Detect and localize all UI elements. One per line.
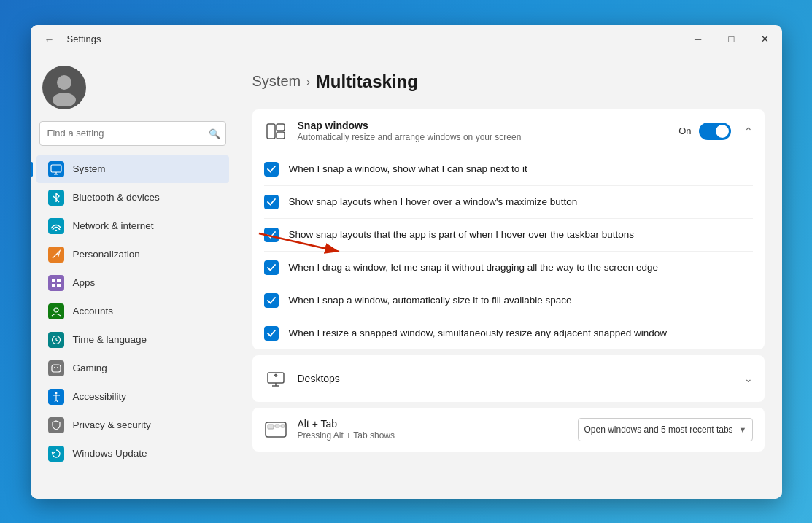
checkbox-label-cb2: Show snap layouts when I hover over a wi…: [289, 196, 578, 207]
gaming-nav-label: Gaming: [73, 363, 107, 373]
checkbox-item-cb1[interactable]: When I snap a window, show what I can sn…: [252, 153, 765, 185]
svg-rect-27: [268, 425, 274, 429]
checkbox-item-cb4[interactable]: When I drag a window, let me snap it wit…: [252, 252, 765, 284]
checkbox-item-cb6[interactable]: When I resize a snapped window, simultan…: [252, 317, 765, 349]
checkbox-item-cb2[interactable]: Show snap layouts when I hover over a wi…: [252, 186, 765, 218]
svg-point-15: [57, 367, 58, 368]
breadcrumb-parent[interactable]: System: [252, 73, 301, 90]
svg-rect-8: [52, 284, 55, 287]
snap-windows-header[interactable]: Snap windows Automatically resize and ar…: [252, 109, 765, 153]
svg-rect-17: [267, 124, 275, 139]
alt-tab-info: Alt + Tab Pressing Alt + Tab shows: [298, 418, 568, 441]
breadcrumb-current: Multitasking: [316, 71, 418, 92]
snap-status: On: [678, 125, 691, 136]
svg-rect-6: [52, 279, 55, 282]
sidebar-item-bluetooth[interactable]: Bluetooth & devices: [36, 184, 229, 212]
svg-rect-9: [57, 284, 61, 287]
back-button[interactable]: ←: [39, 29, 60, 50]
sidebar-item-apps[interactable]: Apps: [36, 269, 229, 297]
search-input[interactable]: [39, 121, 226, 146]
accounts-nav-label: Accounts: [73, 306, 114, 317]
checkbox-cb5: [264, 293, 279, 308]
time-nav-label: Time & language: [73, 334, 147, 345]
personalization-nav-label: Personalization: [73, 249, 140, 260]
desktops-chevron-icon: ⌄: [744, 373, 753, 384]
snap-toggle-area: On: [678, 123, 730, 140]
accessibility-nav-icon: [48, 389, 64, 405]
accounts-nav-icon: [48, 303, 64, 319]
titlebar-left: ← Settings: [39, 29, 101, 50]
content-area: 🔍 SystemBluetooth & devicesNetwork & int…: [31, 54, 782, 499]
minimize-button[interactable]: ─: [681, 25, 715, 54]
avatar: [42, 66, 86, 109]
system-nav-icon: [48, 161, 64, 177]
window-controls: ─ □ ✕: [681, 25, 782, 54]
accessibility-nav-label: Accessibility: [73, 391, 127, 402]
maximize-button[interactable]: □: [715, 25, 749, 54]
sidebar-item-network[interactable]: Network & internet: [36, 212, 229, 240]
alt-tab-desc: Pressing Alt + Tab shows: [298, 430, 568, 441]
update-nav-icon: [48, 446, 64, 462]
checkbox-item-cb3[interactable]: Show snap layouts that the app is part o…: [252, 219, 765, 251]
checkbox-label-cb1: When I snap a window, show what I can sn…: [289, 163, 527, 174]
sidebar-item-privacy[interactable]: Privacy & security: [36, 411, 229, 439]
breadcrumb: System › Multitasking: [252, 71, 765, 92]
bluetooth-nav-label: Bluetooth & devices: [73, 192, 160, 203]
svg-rect-19: [277, 132, 285, 139]
snap-icon: [264, 120, 287, 143]
svg-point-10: [54, 308, 58, 312]
sidebar-item-accounts[interactable]: Accounts: [36, 298, 229, 325]
checkbox-cb1: [264, 162, 279, 177]
snap-chevron-icon: ⌃: [744, 125, 753, 137]
time-nav-icon: [48, 332, 64, 348]
alt-tab-dropdown-wrapper: Open windows and 5 most recent tabs in M…: [578, 418, 753, 441]
snap-windows-title: Snap windows: [298, 120, 669, 131]
alt-tab-title: Alt + Tab: [298, 418, 568, 430]
apps-nav-icon: [48, 275, 64, 291]
search-icon: 🔍: [209, 128, 220, 139]
nav-list: SystemBluetooth & devicesNetwork & inter…: [31, 155, 235, 468]
sidebar-item-personalization[interactable]: Personalization: [36, 241, 229, 268]
main-content: System › Multitasking Snap w: [235, 54, 782, 499]
svg-point-0: [57, 75, 71, 90]
personalization-nav-icon: [48, 247, 64, 263]
sidebar-item-time[interactable]: Time & language: [36, 326, 229, 354]
update-nav-label: Windows Update: [73, 448, 147, 459]
checkbox-item-cb5[interactable]: When I snap a window, automatically size…: [252, 284, 765, 317]
window-title: Settings: [67, 34, 101, 44]
svg-rect-2: [51, 165, 61, 172]
privacy-nav-icon: [48, 417, 64, 433]
desktops-card: Desktops ⌄: [252, 355, 765, 402]
desktops-row[interactable]: Desktops ⌄: [252, 355, 765, 402]
bluetooth-nav-icon: [48, 190, 64, 206]
checkbox-cb3: [264, 228, 279, 242]
sidebar-item-system[interactable]: System: [36, 155, 229, 183]
alt-tab-row: Alt + Tab Pressing Alt + Tab shows Open …: [252, 408, 765, 452]
checkbox-cb6: [264, 326, 279, 341]
sidebar-item-update[interactable]: Windows Update: [36, 440, 229, 468]
sidebar-item-gaming[interactable]: Gaming: [36, 355, 229, 382]
sidebar-item-accessibility[interactable]: Accessibility: [36, 383, 229, 411]
svg-rect-29: [281, 425, 285, 427]
svg-point-5: [55, 229, 56, 230]
checkbox-label-cb5: When I snap a window, automatically size…: [289, 295, 572, 306]
privacy-nav-label: Privacy & security: [73, 419, 151, 430]
svg-rect-7: [57, 279, 61, 282]
alt-tab-icon: [264, 418, 287, 441]
alt-tab-dropdown[interactable]: Open windows and 5 most recent tabs in M…: [578, 418, 753, 441]
avatar-section: [31, 60, 235, 121]
svg-rect-18: [277, 124, 285, 131]
svg-point-16: [55, 392, 57, 394]
close-button[interactable]: ✕: [749, 25, 782, 54]
checkbox-label-cb4: When I drag a window, let me snap it wit…: [289, 262, 659, 273]
checkbox-cb4: [264, 260, 279, 275]
snap-toggle[interactable]: [699, 123, 731, 140]
checkbox-cb2: [264, 195, 279, 209]
sidebar: 🔍 SystemBluetooth & devicesNetwork & int…: [31, 54, 235, 499]
system-nav-label: System: [73, 163, 106, 174]
alt-tab-card: Alt + Tab Pressing Alt + Tab shows Open …: [252, 408, 765, 452]
toggle-knob: [716, 125, 729, 138]
titlebar: ← Settings ─ □ ✕: [31, 25, 782, 54]
svg-rect-28: [275, 425, 279, 427]
svg-point-1: [53, 93, 76, 106]
